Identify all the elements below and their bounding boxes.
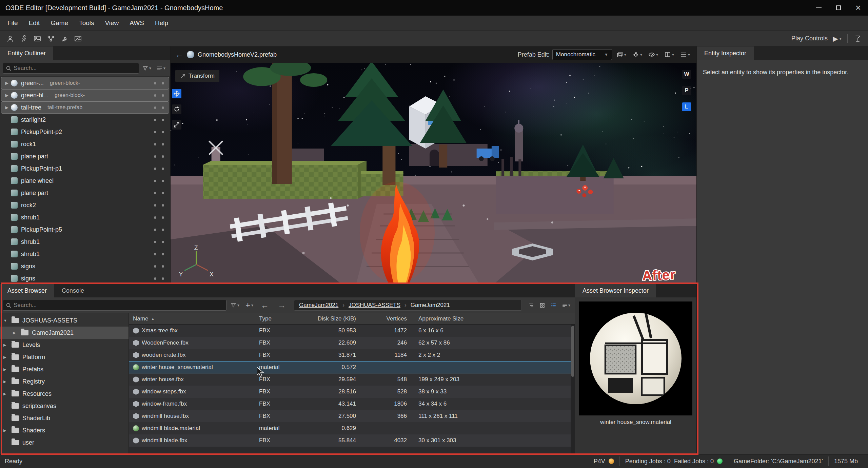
expand-arrow[interactable]: ▶ [3, 105, 11, 110]
entity-row[interactable]: rock1 [1, 138, 169, 150]
lock-dot[interactable] [162, 119, 164, 121]
expand-arrow[interactable]: ▶ [3, 355, 12, 359]
folder-row[interactable]: ▶ Levels [0, 339, 129, 351]
asset-row[interactable]: winter house.fbx FBX 29.594 548 199 x 24… [129, 373, 575, 386]
entity-row[interactable]: plane wheel [1, 175, 169, 187]
scrollbar-thumb[interactable] [571, 326, 574, 377]
lock-dot[interactable] [162, 94, 164, 97]
play-button[interactable]: ▶▾ [830, 32, 844, 45]
entity-row[interactable]: ▶ green-bl... green-block- [1, 89, 169, 101]
expand-arrow[interactable]: ▶ [3, 428, 12, 433]
visibility-dot[interactable] [154, 82, 156, 84]
asset-search-input[interactable] [14, 302, 223, 309]
lock-dot[interactable] [162, 180, 164, 182]
asset-row[interactable]: window-steps.fbx FBX 28.516 528 38 x 9 x… [129, 386, 575, 398]
jobs-status[interactable]: Pending Jobs : 0 Failed Jobs : 0 [619, 456, 728, 466]
tab-asset-browser[interactable]: Asset Browser [0, 284, 54, 297]
entity-row[interactable]: signs [1, 272, 169, 284]
person-button[interactable] [3, 32, 17, 45]
entity-row-toggles[interactable] [154, 204, 167, 207]
visibility-dot[interactable] [154, 94, 156, 97]
minimize-button[interactable] [809, 0, 829, 16]
viewport-3d[interactable]: Transform WPL [171, 63, 696, 284]
menu-item[interactable]: File [2, 16, 23, 31]
back-arrow-button[interactable]: ← [175, 50, 183, 59]
transform-button[interactable]: Transform [175, 70, 219, 82]
list-view-button[interactable] [549, 302, 558, 309]
folder-row[interactable]: ▶ Resources [0, 388, 129, 400]
expand-arrow[interactable]: ▶ [3, 367, 12, 372]
column-name[interactable]: Name▲ [129, 315, 255, 322]
lock-dot[interactable] [162, 143, 164, 145]
viewport-menu-button[interactable]: ▾ [678, 50, 692, 59]
visibility-dot[interactable] [154, 265, 156, 268]
simulate-button[interactable] [17, 32, 31, 45]
screenshot-button[interactable] [31, 32, 44, 45]
asset-row[interactable]: windmill blade.material material 0.629 [129, 422, 575, 434]
lock-dot[interactable] [162, 277, 164, 280]
entity-row-toggles[interactable] [154, 216, 167, 219]
lock-dot[interactable] [162, 253, 164, 255]
expand-arrow[interactable]: ▶ [13, 331, 21, 335]
column-approximate-size[interactable]: Approximate Size [414, 315, 575, 322]
nav-back-button[interactable]: ← [257, 300, 272, 310]
entity-row[interactable]: shrub1 [1, 211, 169, 223]
expand-arrow[interactable]: ▶ [3, 379, 12, 384]
entity-row-toggles[interactable] [154, 180, 167, 182]
tools-button[interactable] [58, 32, 71, 45]
expand-arrow[interactable]: ▶ [3, 392, 12, 396]
add-asset-button[interactable]: +▾ [243, 300, 255, 311]
scale-tool-button[interactable] [172, 120, 181, 130]
breadcrumb-item[interactable]: GameJam2021 [299, 302, 349, 309]
viewport-visibility-button[interactable]: ▾ [647, 50, 660, 59]
folder-row[interactable]: ▶ Shaders [0, 424, 129, 436]
folder-row[interactable]: ▶ Registry [0, 375, 129, 388]
tab-console[interactable]: Console [54, 284, 92, 297]
entity-row-toggles[interactable] [154, 119, 167, 121]
visibility-dot[interactable] [154, 216, 156, 219]
move-tool-button[interactable] [172, 89, 181, 98]
lock-dot[interactable] [162, 82, 164, 84]
folder-row[interactable]: ▶ GameJam2021 [0, 327, 129, 339]
entity-row[interactable]: PickupPoint-p2 [1, 126, 169, 138]
nav-forward-button[interactable]: → [274, 300, 289, 310]
asset-row[interactable]: WoodenFence.fbx FBX 22.609 246 62 x 57 x… [129, 337, 575, 349]
tab-entity-outliner[interactable]: Entity Outliner [0, 46, 53, 60]
entity-row-toggles[interactable] [154, 168, 167, 170]
visibility-dot[interactable] [154, 253, 156, 255]
camera-mode-button[interactable]: W [682, 70, 691, 79]
expand-arrow[interactable]: ▼ [3, 318, 12, 323]
tab-asset-browser-inspector[interactable]: Asset Browser Inspector [575, 284, 656, 297]
visibility-dot[interactable] [154, 192, 156, 194]
menu-item[interactable]: View [99, 16, 124, 31]
asset-row[interactable]: windmill blade.fbx FBX 55.844 4032 30 x … [129, 434, 575, 447]
lock-dot[interactable] [162, 131, 164, 133]
expand-arrow[interactable]: ▶ [3, 81, 11, 85]
entity-row-toggles[interactable] [154, 82, 167, 84]
entity-row[interactable]: PickupPoint-p1 [1, 162, 169, 175]
asset-filter-button[interactable]: ▾ [229, 301, 241, 310]
column-disk-size[interactable]: Disk Size (KiB) [306, 315, 363, 322]
view-options-button[interactable]: ▾ [560, 302, 572, 309]
folder-row[interactable]: scriptcanvas [0, 400, 129, 412]
visibility-dot[interactable] [154, 131, 156, 133]
prefab-edit-mode-select[interactable]: Monochromatic ▼ [552, 49, 612, 60]
menu-item[interactable]: Help [150, 16, 174, 31]
tree-view-button[interactable] [527, 302, 536, 309]
visibility-dot[interactable] [154, 241, 156, 243]
visibility-dot[interactable] [154, 143, 156, 145]
entity-row-toggles[interactable] [154, 277, 167, 280]
close-button[interactable]: × [848, 0, 868, 16]
lock-dot[interactable] [162, 204, 164, 207]
folder-row[interactable]: ▶ Prefabs [0, 363, 129, 375]
entity-row-toggles[interactable] [154, 131, 167, 133]
visibility-dot[interactable] [154, 155, 156, 158]
node-graph-button[interactable] [44, 32, 58, 45]
expand-arrow[interactable]: ▶ [3, 343, 12, 347]
lock-dot[interactable] [162, 155, 164, 158]
camera-mode-button[interactable]: P [682, 86, 691, 95]
entity-row-toggles[interactable] [154, 241, 167, 243]
entity-row[interactable]: plane part [1, 187, 169, 199]
tab-entity-inspector[interactable]: Entity Inspector [697, 46, 754, 60]
entity-row[interactable]: plane part [1, 150, 169, 162]
